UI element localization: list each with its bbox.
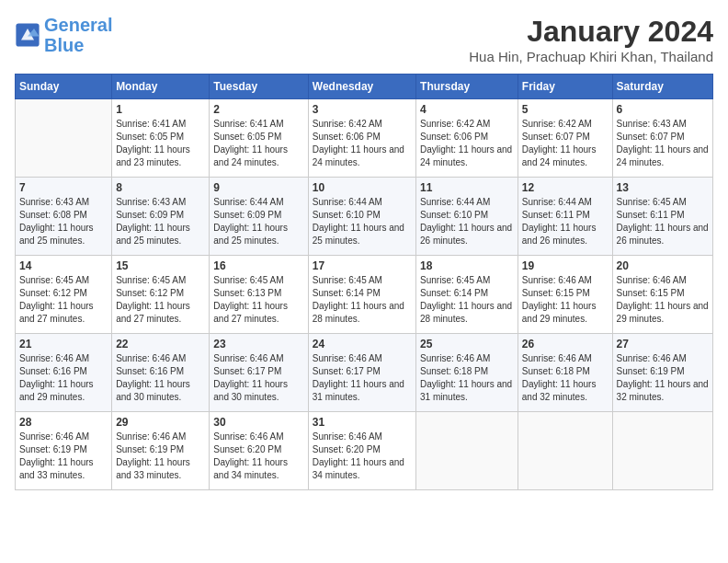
day-number: 22	[116, 338, 205, 350]
calendar-table: Sunday Monday Tuesday Wednesday Thursday…	[15, 74, 713, 490]
day-number: 24	[313, 338, 412, 350]
day-number: 4	[420, 103, 514, 116]
day-info: Sunrise: 6:42 AMSunset: 6:07 PMDaylight:…	[522, 118, 609, 169]
header-sunday: Sunday	[16, 75, 112, 99]
day-number: 12	[522, 181, 609, 194]
day-info: Sunrise: 6:41 AMSunset: 6:05 PMDaylight:…	[213, 118, 303, 169]
header-monday: Monday	[112, 75, 210, 99]
day-info: Sunrise: 6:41 AMSunset: 6:05 PMDaylight:…	[116, 118, 205, 169]
title-block: January 2024 Hua Hin, Prachuap Khiri Kha…	[469, 15, 713, 64]
calendar-week-row: 7 Sunrise: 6:43 AMSunset: 6:08 PMDayligh…	[16, 178, 713, 256]
calendar-cell: 7 Sunrise: 6:43 AMSunset: 6:08 PMDayligh…	[16, 178, 112, 256]
day-info: Sunrise: 6:43 AMSunset: 6:08 PMDaylight:…	[19, 196, 108, 247]
day-info: Sunrise: 6:42 AMSunset: 6:06 PMDaylight:…	[313, 118, 412, 169]
day-info: Sunrise: 6:43 AMSunset: 6:09 PMDaylight:…	[116, 196, 205, 247]
calendar-cell: 16 Sunrise: 6:45 AMSunset: 6:13 PMDaylig…	[210, 256, 308, 334]
day-info: Sunrise: 6:46 AMSunset: 6:20 PMDaylight:…	[213, 431, 303, 482]
calendar-cell: 5 Sunrise: 6:42 AMSunset: 6:07 PMDayligh…	[518, 99, 612, 178]
calendar-cell	[518, 412, 612, 490]
day-number: 3	[313, 103, 412, 116]
day-number: 25	[420, 338, 514, 350]
calendar-cell: 13 Sunrise: 6:45 AMSunset: 6:11 PMDaylig…	[612, 178, 712, 256]
day-number: 21	[19, 338, 108, 350]
logo-icon	[15, 22, 40, 48]
day-info: Sunrise: 6:46 AMSunset: 6:20 PMDaylight:…	[313, 431, 412, 482]
day-info: Sunrise: 6:44 AMSunset: 6:10 PMDaylight:…	[420, 196, 514, 247]
calendar-cell: 20 Sunrise: 6:46 AMSunset: 6:15 PMDaylig…	[612, 256, 712, 334]
day-number: 6	[617, 103, 709, 116]
day-info: Sunrise: 6:45 AMSunset: 6:14 PMDaylight:…	[313, 274, 412, 326]
day-number: 31	[313, 416, 412, 429]
day-number: 11	[420, 181, 514, 194]
calendar-cell	[612, 412, 712, 490]
day-number: 2	[213, 103, 303, 116]
calendar-cell: 21 Sunrise: 6:46 AMSunset: 6:16 PMDaylig…	[16, 334, 112, 412]
calendar-cell: 27 Sunrise: 6:46 AMSunset: 6:19 PMDaylig…	[612, 334, 712, 412]
calendar-cell: 11 Sunrise: 6:44 AMSunset: 6:10 PMDaylig…	[416, 178, 518, 256]
calendar-cell: 9 Sunrise: 6:44 AMSunset: 6:09 PMDayligh…	[210, 178, 308, 256]
calendar-cell: 19 Sunrise: 6:46 AMSunset: 6:15 PMDaylig…	[518, 256, 612, 334]
day-info: Sunrise: 6:45 AMSunset: 6:11 PMDaylight:…	[617, 196, 709, 247]
day-number: 13	[617, 181, 709, 194]
day-number: 18	[420, 259, 514, 272]
day-number: 26	[522, 338, 609, 350]
calendar-cell: 28 Sunrise: 6:46 AMSunset: 6:19 PMDaylig…	[16, 412, 112, 490]
header-tuesday: Tuesday	[210, 75, 308, 99]
logo-line2: Blue	[44, 35, 84, 55]
calendar-cell	[16, 99, 112, 178]
calendar-title: January 2024	[469, 15, 713, 49]
calendar-cell: 14 Sunrise: 6:45 AMSunset: 6:12 PMDaylig…	[16, 256, 112, 334]
calendar-cell: 17 Sunrise: 6:45 AMSunset: 6:14 PMDaylig…	[308, 256, 415, 334]
header-wednesday: Wednesday	[308, 75, 415, 99]
day-info: Sunrise: 6:44 AMSunset: 6:11 PMDaylight:…	[522, 196, 609, 247]
day-info: Sunrise: 6:45 AMSunset: 6:13 PMDaylight:…	[213, 274, 303, 326]
calendar-cell: 24 Sunrise: 6:46 AMSunset: 6:17 PMDaylig…	[308, 334, 415, 412]
day-number: 29	[116, 416, 205, 429]
day-number: 20	[617, 259, 709, 272]
day-number: 1	[116, 103, 205, 116]
day-number: 23	[213, 338, 303, 350]
logo-line1: General	[44, 15, 112, 35]
calendar-cell: 29 Sunrise: 6:46 AMSunset: 6:19 PMDaylig…	[112, 412, 210, 490]
day-number: 14	[19, 259, 108, 272]
day-info: Sunrise: 6:46 AMSunset: 6:18 PMDaylight:…	[420, 352, 514, 404]
day-number: 28	[19, 416, 108, 429]
calendar-subtitle: Hua Hin, Prachuap Khiri Khan, Thailand	[469, 49, 713, 64]
calendar-cell: 31 Sunrise: 6:46 AMSunset: 6:20 PMDaylig…	[308, 412, 415, 490]
calendar-cell: 26 Sunrise: 6:46 AMSunset: 6:18 PMDaylig…	[518, 334, 612, 412]
day-info: Sunrise: 6:46 AMSunset: 6:19 PMDaylight:…	[116, 431, 205, 482]
day-info: Sunrise: 6:46 AMSunset: 6:15 PMDaylight:…	[617, 274, 709, 326]
calendar-week-row: 1 Sunrise: 6:41 AMSunset: 6:05 PMDayligh…	[16, 99, 713, 178]
calendar-cell: 8 Sunrise: 6:43 AMSunset: 6:09 PMDayligh…	[112, 178, 210, 256]
calendar-cell: 4 Sunrise: 6:42 AMSunset: 6:06 PMDayligh…	[416, 99, 518, 178]
calendar-cell: 30 Sunrise: 6:46 AMSunset: 6:20 PMDaylig…	[210, 412, 308, 490]
day-number: 8	[116, 181, 205, 194]
day-number: 16	[213, 259, 303, 272]
calendar-cell: 3 Sunrise: 6:42 AMSunset: 6:06 PMDayligh…	[308, 99, 415, 178]
day-number: 15	[116, 259, 205, 272]
day-info: Sunrise: 6:46 AMSunset: 6:18 PMDaylight:…	[522, 352, 609, 404]
calendar-week-row: 14 Sunrise: 6:45 AMSunset: 6:12 PMDaylig…	[16, 256, 713, 334]
day-number: 5	[522, 103, 609, 116]
logo: General Blue	[15, 15, 112, 55]
day-info: Sunrise: 6:45 AMSunset: 6:14 PMDaylight:…	[420, 274, 514, 326]
day-number: 7	[19, 181, 108, 194]
day-number: 19	[522, 259, 609, 272]
header-friday: Friday	[518, 75, 612, 99]
calendar-cell: 6 Sunrise: 6:43 AMSunset: 6:07 PMDayligh…	[612, 99, 712, 178]
day-info: Sunrise: 6:46 AMSunset: 6:16 PMDaylight:…	[19, 352, 108, 404]
calendar-header-row: Sunday Monday Tuesday Wednesday Thursday…	[16, 75, 713, 99]
day-info: Sunrise: 6:43 AMSunset: 6:07 PMDaylight:…	[617, 118, 709, 169]
day-info: Sunrise: 6:46 AMSunset: 6:17 PMDaylight:…	[313, 352, 412, 404]
calendar-cell: 15 Sunrise: 6:45 AMSunset: 6:12 PMDaylig…	[112, 256, 210, 334]
calendar-cell: 23 Sunrise: 6:46 AMSunset: 6:17 PMDaylig…	[210, 334, 308, 412]
calendar-cell: 22 Sunrise: 6:46 AMSunset: 6:16 PMDaylig…	[112, 334, 210, 412]
calendar-cell	[416, 412, 518, 490]
calendar-cell: 25 Sunrise: 6:46 AMSunset: 6:18 PMDaylig…	[416, 334, 518, 412]
day-info: Sunrise: 6:45 AMSunset: 6:12 PMDaylight:…	[19, 274, 108, 326]
day-info: Sunrise: 6:44 AMSunset: 6:09 PMDaylight:…	[213, 196, 303, 247]
day-info: Sunrise: 6:45 AMSunset: 6:12 PMDaylight:…	[116, 274, 205, 326]
day-info: Sunrise: 6:46 AMSunset: 6:17 PMDaylight:…	[213, 352, 303, 404]
day-number: 27	[617, 338, 709, 350]
header-thursday: Thursday	[416, 75, 518, 99]
